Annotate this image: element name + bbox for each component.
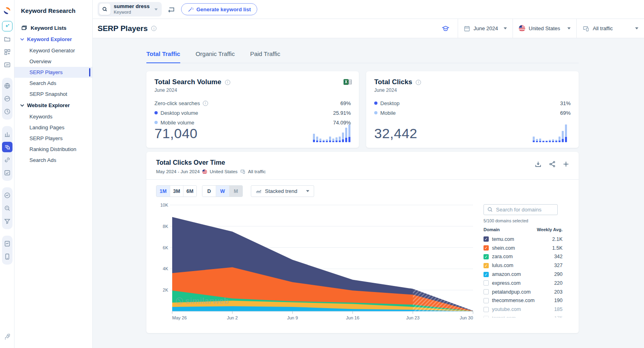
add-dashboard-icon[interactable] — [2, 47, 13, 57]
range-6m-button[interactable]: 6M — [183, 186, 196, 197]
mini-bar — [562, 131, 564, 142]
keyword-research-icon-active[interactable] — [2, 142, 13, 152]
checkbox-unchecked[interactable] — [484, 316, 489, 318]
domain-row-thecommense.com[interactable]: thecommense.com190 — [484, 296, 563, 305]
domain-row-shein.com[interactable]: ✓shein.com1.5K — [484, 244, 563, 253]
sidebar: Keyword Research Keyword Lists Keyword E… — [15, 0, 93, 348]
sidebar-item-ranking-distribution[interactable]: Ranking Distribution — [15, 144, 92, 155]
info-icon[interactable]: i — [203, 101, 208, 106]
sidebar-item-serp-players[interactable]: SERP Players — [15, 67, 92, 78]
download-icon[interactable] — [535, 161, 542, 168]
sidebar-group-website-explorer[interactable]: Website Explorer — [15, 99, 92, 111]
app-analysis-icon[interactable] — [2, 238, 13, 249]
traffic-selector[interactable]: All traffic — [576, 19, 644, 38]
rail-group-apps — [2, 236, 13, 265]
checkbox-unchecked[interactable] — [484, 307, 489, 312]
keyword-chip[interactable]: summer dress Keyword — [98, 2, 162, 17]
domain-row-temu.com[interactable]: ✓temu.com2.1K — [484, 235, 563, 244]
site-audit-icon[interactable] — [2, 203, 13, 213]
sidebar-item-search-ads[interactable]: Search Ads — [15, 78, 92, 89]
info-icon[interactable]: i — [151, 26, 156, 31]
excel-export-icon[interactable]: X — [344, 79, 352, 87]
range-3m-button[interactable]: 3M — [170, 186, 183, 197]
range-button-group: 1M 3M 6M — [156, 185, 197, 197]
filter-icon[interactable] — [2, 216, 13, 226]
sidebar-item-search-ads[interactable]: Search Ads — [15, 155, 92, 166]
granularity-day-button[interactable]: D — [202, 186, 216, 197]
domain-name: target.com — [492, 315, 516, 318]
total-clicks-card: Total Clicks i June 2024 Desktop 31% Mob… — [366, 71, 579, 148]
checkbox-checked[interactable]: ✓ — [484, 254, 489, 259]
keyword-lists-icon — [21, 25, 27, 31]
weekly-avg-value: 203 — [554, 289, 563, 295]
date-value: June 2024 — [473, 25, 498, 31]
domain-row-zara.com[interactable]: ✓zara.com342 — [484, 253, 563, 261]
ai-assistant-icon[interactable] — [2, 21, 13, 31]
add-widget-icon[interactable] — [563, 161, 569, 167]
sidebar-item-keywords[interactable]: Keywords — [15, 111, 92, 122]
whats-new-rocket-icon[interactable] — [2, 331, 13, 342]
domain-row-target.com[interactable]: target.com175 — [484, 314, 563, 318]
granularity-week-button[interactable]: W — [216, 186, 229, 197]
checkbox-unchecked[interactable] — [484, 289, 489, 294]
checkbox-checked[interactable]: ✓ — [484, 236, 489, 242]
content-audit-icon[interactable] — [2, 168, 13, 178]
chart-country: United States — [210, 169, 238, 174]
sidebar-item-overview[interactable]: Overview — [15, 56, 92, 67]
chart-period: May 2024 - Jun 2024 — [156, 169, 200, 174]
sidebar-group-keyword-explorer[interactable]: Keyword Explorer — [15, 33, 92, 45]
chart-controls: 1M 3M 6M D W M Stacked trend — [146, 180, 579, 200]
generate-keyword-list-button[interactable]: Generate keyword list — [181, 3, 257, 15]
mobile-dot — [374, 111, 377, 114]
granularity-month-button[interactable]: M — [229, 186, 242, 197]
domain-row-amazon.com[interactable]: ✓amazon.com290 — [484, 270, 563, 279]
learn-icon[interactable] — [434, 19, 458, 38]
svg-text:Jun 23: Jun 23 — [406, 315, 419, 320]
date-selector[interactable]: June 2024 — [458, 19, 513, 38]
us-flag-icon — [519, 25, 525, 32]
domain-name: lulus.com — [492, 263, 513, 268]
checkbox-checked[interactable]: ✓ — [484, 263, 489, 268]
domain-row-petalandpup.com[interactable]: petalandpup.com203 — [484, 288, 563, 296]
sidebar-item-keyword-generator[interactable]: Keyword Generator — [15, 45, 92, 56]
info-icon[interactable]: i — [225, 80, 230, 85]
global-seo-icon[interactable] — [2, 190, 13, 201]
domain-search-input[interactable] — [484, 204, 558, 215]
sidebar-item-landing-pages[interactable]: Landing Pages — [15, 122, 92, 133]
domain-row-lulus.com[interactable]: ✓lulus.com327 — [484, 261, 563, 270]
checkbox-unchecked[interactable] — [484, 298, 489, 303]
total-search-volume-card: Total Search Volume i June 2024 X Zero-c… — [146, 71, 359, 148]
backlinks-icon[interactable] — [2, 155, 13, 165]
web-research-icon[interactable] — [2, 81, 13, 91]
view-type-select[interactable]: Stacked trend — [251, 185, 314, 197]
domain-row-youtube.com[interactable]: youtube.com185 — [484, 305, 563, 314]
share-icon[interactable] — [549, 161, 556, 168]
info-icon[interactable]: i — [416, 80, 421, 85]
tab-paid-traffic[interactable]: Paid Traffic — [250, 50, 280, 63]
svg-text:6K: 6K — [163, 245, 169, 250]
country-selector[interactable]: United States — [513, 19, 576, 38]
reports-icon[interactable] — [2, 60, 13, 70]
mini-bar — [336, 137, 338, 142]
rank-tracking-icon[interactable] — [2, 129, 13, 139]
mobile-apps-icon[interactable] — [2, 251, 13, 262]
rail-group-research — [2, 78, 13, 120]
mini-bar — [565, 124, 567, 142]
checkbox-checked[interactable]: ✓ — [484, 272, 489, 277]
sidebar-item-keyword-lists[interactable]: Keyword Lists — [15, 22, 92, 33]
range-1m-button[interactable]: 1M — [156, 186, 170, 197]
audience-analysis-icon[interactable] — [2, 106, 13, 117]
domain-row-express.com[interactable]: express.com220 — [484, 279, 563, 288]
chevron-down-icon — [20, 38, 24, 41]
chart-traffic: All traffic — [248, 169, 266, 174]
stacked-area-chart[interactable]: 2K4K6K8K10KMay 26Jun 2Jun 9Jun 16Jun 23J… — [156, 202, 477, 325]
sidebar-item-serp-snapshot[interactable]: SERP Snapshot — [15, 89, 92, 99]
checkbox-unchecked[interactable] — [484, 280, 489, 286]
add-to-list-icon[interactable] — [167, 5, 175, 13]
checkbox-checked[interactable]: ✓ — [484, 245, 489, 251]
folder-icon[interactable] — [2, 34, 13, 44]
tab-organic-traffic[interactable]: Organic Traffic — [196, 50, 235, 63]
market-research-icon[interactable] — [2, 93, 13, 104]
tab-total-traffic[interactable]: Total Traffic — [146, 50, 180, 63]
sidebar-item-serp-players[interactable]: SERP Players — [15, 133, 92, 144]
